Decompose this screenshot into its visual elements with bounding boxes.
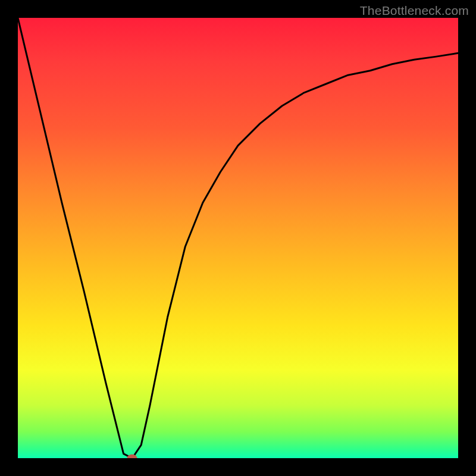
curve-svg [18,18,458,458]
optimal-point-marker [127,455,137,459]
plot-area [18,18,458,458]
bottleneck-curve-path [18,18,458,458]
watermark-text: TheBottleneck.com [360,4,469,18]
chart-frame: TheBottleneck.com [0,0,476,476]
